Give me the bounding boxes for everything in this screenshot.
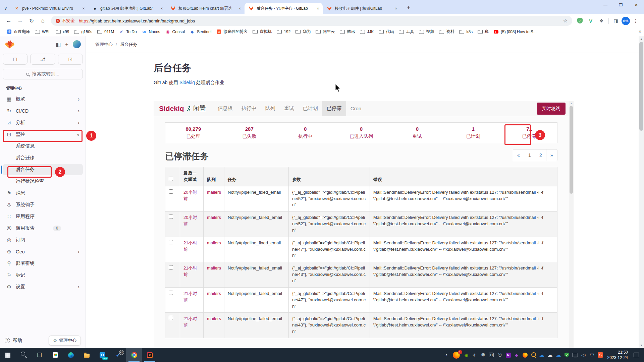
row-last-retry-link[interactable]: 21小时前 — [180, 313, 204, 338]
bookmark-item[interactable]: JJK — [357, 28, 376, 35]
breadcrumb-item[interactable]: 管理中心 — [95, 42, 113, 48]
row-queue-link[interactable]: mailers — [204, 237, 224, 262]
bookmark-item[interactable]: Nacos — [139, 28, 163, 35]
bookmark-item[interactable]: 资料 — [436, 28, 457, 35]
todo-shortcut-button[interactable]: ☑ — [58, 54, 83, 65]
bookmark-item[interactable]: 工具 — [396, 28, 416, 35]
sidebar-item[interactable]: 部署密钥 — [3, 258, 83, 269]
tray-icon[interactable] — [504, 348, 513, 362]
pagination-button[interactable]: 1 — [524, 149, 535, 161]
bookmark-star-icon[interactable]: ☆ — [563, 18, 568, 24]
bookmark-item[interactable]: 代码 — [376, 28, 396, 35]
row-last-retry-link[interactable]: 20小时前 — [180, 186, 204, 212]
tray-icon[interactable] — [479, 348, 487, 362]
browser-menu-kebab-icon[interactable]: ⋮ — [631, 16, 641, 26]
help-button[interactable]: 帮助 — [5, 338, 22, 344]
tab-close-icon[interactable] — [81, 6, 86, 11]
tray-icon[interactable] — [487, 348, 496, 362]
page-scrollbar[interactable]: ▲ ▼ — [639, 36, 644, 348]
bookmark-item[interactable]: 阿里云 — [313, 28, 337, 35]
sidebar-item[interactable]: 系统钩子 — [3, 199, 83, 210]
taskbar-button[interactable] — [47, 348, 63, 362]
taskbar-button[interactable] — [79, 348, 95, 362]
security-chip[interactable]: 不安全 — [56, 18, 75, 24]
bookmarks-overflow-chevron[interactable]: » — [639, 28, 641, 34]
taskbar-button[interactable] — [126, 348, 142, 362]
browser-tab[interactable]: 接收电子邮件 | 极狐GitLab — [323, 3, 401, 14]
new-tab-button[interactable]: + — [404, 2, 414, 12]
bookmark-item[interactable]: 911M — [95, 28, 116, 35]
row-queue-link[interactable]: mailers — [204, 287, 224, 313]
home-button[interactable]: ⌂ — [38, 15, 48, 26]
bookmark-item[interactable]: 视频 — [416, 28, 436, 35]
collapse-sidebar-icon[interactable]: ◧ — [56, 41, 61, 48]
sidebar-item[interactable]: 订阅 — [3, 234, 83, 246]
reload-button[interactable]: ↻ — [26, 15, 37, 26]
bookmark-item[interactable]: To Do — [116, 28, 139, 35]
sidekiq-tab[interactable]: Cron — [346, 101, 366, 116]
bookmark-item[interactable]: 腾讯 — [337, 28, 357, 35]
taskbar-clock[interactable]: 21:50 2023-12-24 — [607, 350, 628, 360]
browser-tab[interactable]: 极狐GitLab Helm chart 部署选 — [166, 3, 245, 14]
scroll-up-icon[interactable]: ▲ — [569, 101, 574, 106]
tray-icon[interactable] — [521, 348, 529, 362]
browser-tab[interactable]: 后台任务 · 管理中心 · GitLab — [245, 3, 323, 14]
sidebar-item[interactable]: 标记 — [3, 269, 83, 281]
tray-icon[interactable] — [442, 348, 451, 362]
sidebar-item[interactable]: Geo — [3, 246, 83, 257]
side-panel-icon[interactable]: ◨ — [611, 16, 621, 26]
forward-button[interactable]: → — [15, 15, 25, 26]
page-scroll-up-icon[interactable]: ▲ — [639, 36, 644, 42]
breadcrumb-item[interactable]: 后台任务 — [113, 42, 138, 48]
bookmark-item[interactable]: 百度翻译 — [4, 28, 32, 35]
page-scroll-down-icon[interactable]: ▼ — [639, 343, 644, 348]
row-last-retry-link[interactable]: 21小时前 — [180, 287, 204, 313]
tray-icon[interactable] — [563, 348, 571, 362]
sidebar-item[interactable]: 滥用报告 0 — [3, 223, 83, 234]
tab-close-icon[interactable] — [237, 6, 243, 11]
bookmark-item[interactable]: 税 — [475, 28, 491, 35]
taskbar-button[interactable] — [32, 348, 47, 362]
browser-profile-avatar[interactable]: 晓伟 — [622, 17, 630, 25]
taskbar-button[interactable]: NEW — [95, 348, 110, 362]
taskbar-button[interactable] — [142, 348, 158, 362]
issues-shortcut-button[interactable]: ❏ — [3, 54, 28, 65]
row-last-retry-link[interactable]: 20小时前 — [180, 212, 204, 237]
bookmark-item[interactable]: k8s — [457, 28, 475, 35]
window-restore-button[interactable]: ❐ — [613, 0, 629, 10]
sidebar-item[interactable]: 系统信息 — [3, 140, 83, 152]
sidekiq-tab[interactable]: 重试 — [280, 101, 299, 116]
sidebar-item[interactable]: 概览 — [3, 94, 83, 105]
row-checkbox[interactable] — [169, 316, 173, 320]
taskbar-button[interactable]: 87 — [110, 348, 126, 362]
bookmark-item[interactable]: g150s — [71, 28, 95, 35]
merge-requests-shortcut-button[interactable]: ⎇ — [30, 54, 55, 65]
tray-icon[interactable] — [462, 348, 471, 362]
tray-icon[interactable] — [471, 348, 479, 362]
pagination-button[interactable]: 2 — [535, 149, 546, 161]
sidebar-item[interactable]: CI/CD — [3, 105, 83, 117]
sidekiq-brand[interactable]: Sidekiq — [159, 105, 184, 113]
sidebar-item[interactable]: 应用程序 — [3, 211, 83, 222]
sidekiq-tab[interactable]: 执行中 — [237, 101, 261, 116]
row-last-retry-link[interactable]: 21小时前 — [180, 262, 204, 288]
select-all-checkbox[interactable] — [169, 177, 173, 181]
extensions-puzzle-icon[interactable]: ❖ — [596, 16, 606, 26]
sidekiq-tab[interactable]: 已计划 — [299, 101, 322, 116]
browser-tab[interactable]: pve - Proxmox Virtual Enviro — [10, 3, 88, 14]
bookmark-item[interactable]: 华为 — [293, 28, 313, 35]
taskbar-button[interactable] — [16, 348, 32, 362]
sidekiq-tab[interactable]: 队列 — [261, 101, 280, 116]
row-checkbox[interactable] — [169, 265, 173, 269]
create-new-icon[interactable]: ＋ — [64, 41, 69, 48]
sidekiq-scrollbar[interactable]: ▲ — [569, 101, 574, 348]
gitlab-logo-icon[interactable] — [5, 40, 15, 49]
tray-icon[interactable] — [496, 348, 504, 362]
row-queue-link[interactable]: mailers — [204, 186, 224, 212]
adguard-extension-icon[interactable]: ✓ — [575, 16, 585, 26]
user-avatar[interactable] — [73, 40, 81, 48]
row-checkbox[interactable] — [169, 291, 173, 295]
tray-icon[interactable] — [554, 348, 563, 362]
address-bar[interactable]: 不安全 https://gitlab.test.helm.xuxiaowei.c… — [51, 16, 572, 26]
tray-icon[interactable] — [580, 348, 588, 362]
